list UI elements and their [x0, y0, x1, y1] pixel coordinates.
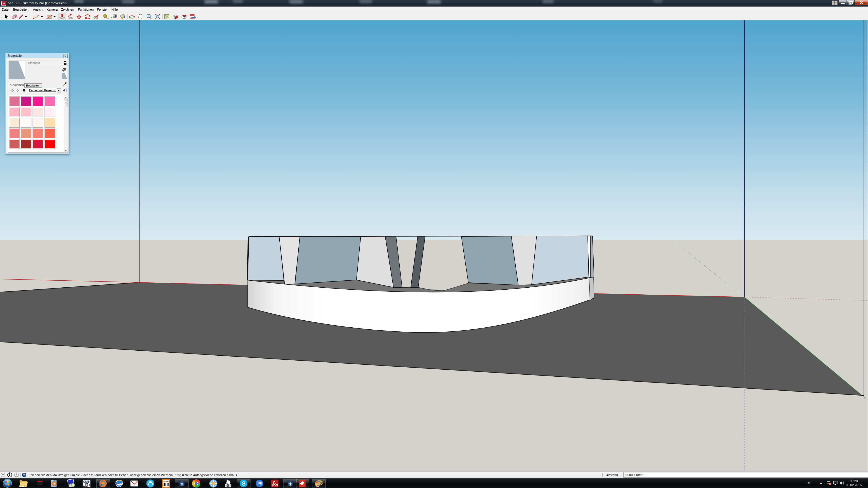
svg-text:SU: SU — [174, 15, 176, 17]
svg-text:S: S — [225, 479, 227, 482]
svg-text:OMS: OMS — [83, 480, 90, 483]
svg-text:S: S — [242, 480, 246, 487]
svg-text:A1: A1 — [114, 15, 116, 17]
svg-text:DESIGN: DESIGN — [163, 480, 171, 483]
svg-text:?: ? — [23, 473, 25, 477]
